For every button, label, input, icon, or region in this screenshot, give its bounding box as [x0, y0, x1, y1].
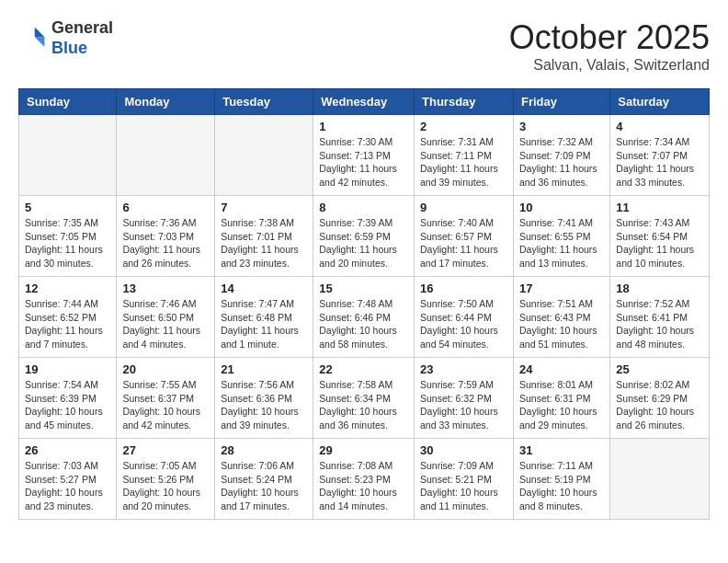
day-info: Sunrise: 7:38 AM Sunset: 7:01 PM Dayligh… [221, 216, 307, 270]
day-info: Sunrise: 7:08 AM Sunset: 5:23 PM Dayligh… [319, 459, 408, 513]
calendar-week-5: 26Sunrise: 7:03 AM Sunset: 5:27 PM Dayli… [19, 439, 710, 520]
table-row: 17Sunrise: 7:51 AM Sunset: 6:43 PM Dayli… [513, 277, 609, 358]
month-title: October 2025 [509, 18, 710, 57]
day-number: 7 [221, 201, 307, 214]
day-info: Sunrise: 7:30 AM Sunset: 7:13 PM Dayligh… [319, 135, 408, 190]
table-row: 8Sunrise: 7:39 AM Sunset: 6:59 PM Daylig… [313, 196, 415, 277]
day-number: 26 [25, 443, 110, 457]
col-monday: Monday [117, 89, 215, 115]
day-info: Sunrise: 7:50 AM Sunset: 6:44 PM Dayligh… [420, 297, 507, 351]
table-row: 14Sunrise: 7:47 AM Sunset: 6:48 PM Dayli… [215, 277, 313, 358]
day-info: Sunrise: 7:09 AM Sunset: 5:21 PM Dayligh… [420, 459, 507, 513]
day-info: Sunrise: 8:02 AM Sunset: 6:29 PM Dayligh… [616, 378, 703, 432]
day-number: 28 [221, 443, 307, 457]
table-row [215, 115, 313, 196]
page-header: General Blue October 2025 Salvan, Valais… [18, 18, 710, 74]
table-row: 26Sunrise: 7:03 AM Sunset: 5:27 PM Dayli… [19, 439, 117, 520]
day-info: Sunrise: 7:58 AM Sunset: 6:34 PM Dayligh… [319, 378, 408, 432]
table-row [19, 115, 117, 196]
day-info: Sunrise: 7:05 AM Sunset: 5:26 PM Dayligh… [122, 459, 209, 513]
day-number: 21 [221, 362, 307, 376]
table-row: 6Sunrise: 7:36 AM Sunset: 7:03 PM Daylig… [117, 196, 215, 277]
logo: General Blue [18, 18, 113, 58]
day-info: Sunrise: 7:47 AM Sunset: 6:48 PM Dayligh… [221, 297, 307, 351]
calendar-week-3: 12Sunrise: 7:44 AM Sunset: 6:52 PM Dayli… [19, 277, 710, 358]
day-info: Sunrise: 7:46 AM Sunset: 6:50 PM Dayligh… [122, 297, 209, 351]
day-number: 15 [319, 282, 408, 295]
table-row: 13Sunrise: 7:46 AM Sunset: 6:50 PM Dayli… [117, 277, 215, 358]
table-row: 1Sunrise: 7:30 AM Sunset: 7:13 PM Daylig… [313, 115, 415, 196]
calendar-table: Sunday Monday Tuesday Wednesday Thursday… [18, 88, 710, 520]
col-saturday: Saturday [610, 89, 710, 115]
table-row: 29Sunrise: 7:08 AM Sunset: 5:23 PM Dayli… [313, 439, 415, 520]
day-number: 11 [616, 201, 703, 214]
table-row: 12Sunrise: 7:44 AM Sunset: 6:52 PM Dayli… [19, 277, 117, 358]
logo-icon [18, 24, 48, 53]
col-friday: Friday [513, 89, 609, 115]
day-number: 12 [25, 282, 110, 295]
table-row: 9Sunrise: 7:40 AM Sunset: 6:57 PM Daylig… [415, 196, 514, 277]
day-number: 9 [420, 201, 507, 214]
day-number: 16 [420, 282, 507, 295]
day-number: 1 [319, 120, 408, 133]
day-info: Sunrise: 7:56 AM Sunset: 6:36 PM Dayligh… [221, 378, 307, 432]
table-row: 31Sunrise: 7:11 AM Sunset: 5:19 PM Dayli… [513, 439, 609, 520]
day-info: Sunrise: 7:54 AM Sunset: 6:39 PM Dayligh… [25, 378, 110, 432]
day-number: 6 [122, 201, 209, 214]
table-row [117, 115, 215, 196]
day-number: 29 [319, 443, 408, 457]
table-row: 11Sunrise: 7:43 AM Sunset: 6:54 PM Dayli… [610, 196, 710, 277]
day-info: Sunrise: 7:52 AM Sunset: 6:41 PM Dayligh… [616, 297, 703, 351]
day-info: Sunrise: 7:03 AM Sunset: 5:27 PM Dayligh… [25, 459, 110, 513]
day-number: 13 [122, 282, 209, 295]
title-block: October 2025 Salvan, Valais, Switzerland [509, 18, 710, 74]
day-info: Sunrise: 7:11 AM Sunset: 5:19 PM Dayligh… [519, 459, 604, 513]
day-number: 27 [122, 443, 209, 457]
table-row: 28Sunrise: 7:06 AM Sunset: 5:24 PM Dayli… [215, 439, 313, 520]
day-info: Sunrise: 7:06 AM Sunset: 5:24 PM Dayligh… [221, 459, 307, 513]
day-info: Sunrise: 7:40 AM Sunset: 6:57 PM Dayligh… [420, 216, 507, 270]
day-number: 25 [616, 362, 703, 376]
table-row: 23Sunrise: 7:59 AM Sunset: 6:32 PM Dayli… [415, 358, 514, 439]
table-row: 30Sunrise: 7:09 AM Sunset: 5:21 PM Dayli… [415, 439, 514, 520]
logo-general: General [51, 18, 113, 37]
day-number: 19 [25, 362, 110, 376]
table-row: 22Sunrise: 7:58 AM Sunset: 6:34 PM Dayli… [313, 358, 415, 439]
day-number: 4 [616, 120, 703, 133]
table-row: 4Sunrise: 7:34 AM Sunset: 7:07 PM Daylig… [610, 115, 710, 196]
day-info: Sunrise: 7:31 AM Sunset: 7:11 PM Dayligh… [420, 135, 507, 190]
table-row: 5Sunrise: 7:35 AM Sunset: 7:05 PM Daylig… [19, 196, 117, 277]
day-number: 24 [519, 362, 604, 376]
table-row: 2Sunrise: 7:31 AM Sunset: 7:11 PM Daylig… [415, 115, 514, 196]
day-info: Sunrise: 7:48 AM Sunset: 6:46 PM Dayligh… [319, 297, 408, 351]
col-sunday: Sunday [19, 89, 117, 115]
col-thursday: Thursday [415, 89, 514, 115]
table-row: 10Sunrise: 7:41 AM Sunset: 6:55 PM Dayli… [513, 196, 609, 277]
day-info: Sunrise: 7:32 AM Sunset: 7:09 PM Dayligh… [519, 135, 604, 190]
day-info: Sunrise: 8:01 AM Sunset: 6:31 PM Dayligh… [519, 378, 604, 432]
location-subtitle: Salvan, Valais, Switzerland [509, 57, 710, 74]
day-info: Sunrise: 7:43 AM Sunset: 6:54 PM Dayligh… [616, 216, 703, 270]
table-row: 16Sunrise: 7:50 AM Sunset: 6:44 PM Dayli… [415, 277, 514, 358]
svg-marker-1 [35, 37, 45, 47]
table-row: 7Sunrise: 7:38 AM Sunset: 7:01 PM Daylig… [215, 196, 313, 277]
day-info: Sunrise: 7:41 AM Sunset: 6:55 PM Dayligh… [519, 216, 604, 270]
day-number: 17 [519, 282, 604, 295]
day-info: Sunrise: 7:35 AM Sunset: 7:05 PM Dayligh… [25, 216, 110, 270]
calendar-header-row: Sunday Monday Tuesday Wednesday Thursday… [19, 89, 710, 115]
table-row: 19Sunrise: 7:54 AM Sunset: 6:39 PM Dayli… [19, 358, 117, 439]
day-info: Sunrise: 7:44 AM Sunset: 6:52 PM Dayligh… [25, 297, 110, 351]
day-info: Sunrise: 7:39 AM Sunset: 6:59 PM Dayligh… [319, 216, 408, 270]
table-row [610, 439, 710, 520]
day-number: 30 [420, 443, 507, 457]
table-row: 25Sunrise: 8:02 AM Sunset: 6:29 PM Dayli… [610, 358, 710, 439]
day-number: 5 [25, 201, 110, 214]
table-row: 3Sunrise: 7:32 AM Sunset: 7:09 PM Daylig… [513, 115, 609, 196]
day-info: Sunrise: 7:59 AM Sunset: 6:32 PM Dayligh… [420, 378, 507, 432]
svg-marker-0 [35, 27, 45, 37]
table-row: 21Sunrise: 7:56 AM Sunset: 6:36 PM Dayli… [215, 358, 313, 439]
col-wednesday: Wednesday [313, 89, 415, 115]
day-number: 14 [221, 282, 307, 295]
table-row: 15Sunrise: 7:48 AM Sunset: 6:46 PM Dayli… [313, 277, 415, 358]
day-number: 20 [122, 362, 209, 376]
